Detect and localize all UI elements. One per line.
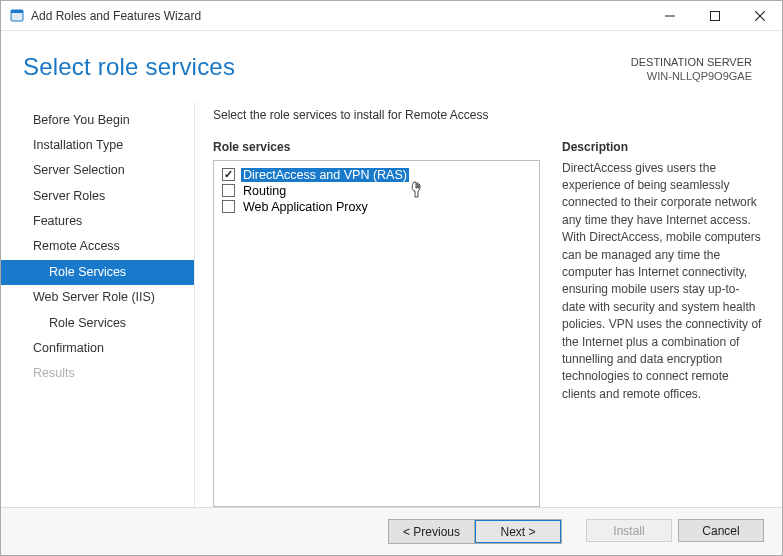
maximize-button[interactable] [692,1,737,31]
service-label: DirectAccess and VPN (RAS) [241,168,409,182]
service-checkbox[interactable] [222,200,235,213]
svg-rect-1 [11,10,23,13]
service-checkbox[interactable] [222,168,235,181]
sidebar-item[interactable]: Server Selection [1,158,194,183]
sidebar-item[interactable]: Confirmation [1,336,194,361]
description-text: DirectAccess gives users the experience … [562,160,762,403]
service-row[interactable]: DirectAccess and VPN (RAS) [222,167,531,183]
previous-button[interactable]: < Previous [389,520,475,543]
window-controls [647,1,782,30]
sidebar-item[interactable]: Features [1,209,194,234]
sidebar-item[interactable]: Web Server Role (IIS) [1,285,194,310]
sidebar-item[interactable]: Role Services [1,260,194,285]
window-title: Add Roles and Features Wizard [31,9,647,23]
destination-server-block: DESTINATION SERVER WIN-NLLQP9O9GAE [631,53,752,84]
main-panel: Select the role services to install for … [195,102,782,507]
titlebar: Add Roles and Features Wizard [1,1,782,31]
page-title: Select role services [23,53,631,81]
role-services-listbox[interactable]: DirectAccess and VPN (RAS)RoutingWeb App… [213,160,540,507]
service-label: Routing [241,184,288,198]
header: Select role services DESTINATION SERVER … [1,31,782,92]
close-button[interactable] [737,1,782,31]
sidebar-item[interactable]: Before You Begin [1,108,194,133]
sidebar-item: Results [1,361,194,386]
install-button[interactable]: Install [586,519,672,542]
app-icon [9,8,25,24]
content-area: Before You BeginInstallation TypeServer … [1,92,782,507]
destination-value: WIN-NLLQP9O9GAE [631,69,752,83]
role-services-heading: Role services [213,140,540,154]
service-row[interactable]: Routing [222,183,531,199]
wizard-sidebar: Before You BeginInstallation TypeServer … [1,102,195,507]
service-row[interactable]: Web Application Proxy [222,199,531,215]
next-button[interactable]: Next > [475,520,561,543]
sidebar-item[interactable]: Remote Access [1,234,194,259]
instruction-text: Select the role services to install for … [213,108,762,122]
minimize-button[interactable] [647,1,692,31]
footer: < Previous Next > Install Cancel [1,507,782,555]
service-checkbox[interactable] [222,184,235,197]
sidebar-item[interactable]: Installation Type [1,133,194,158]
cancel-button[interactable]: Cancel [678,519,764,542]
sidebar-item[interactable]: Server Roles [1,184,194,209]
svg-rect-3 [710,12,719,21]
destination-label: DESTINATION SERVER [631,55,752,69]
service-label: Web Application Proxy [241,200,370,214]
description-heading: Description [562,140,762,154]
sidebar-item[interactable]: Role Services [1,311,194,336]
